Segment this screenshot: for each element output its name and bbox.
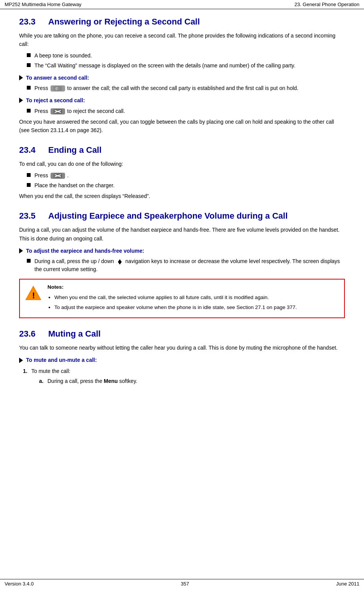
bullet-item: Press ✆ to answer the call; the call wit… (27, 84, 345, 92)
bullet-square-icon (27, 259, 31, 263)
sub-heading-volume-text: To adjust the earpiece and hands-free vo… (26, 247, 144, 255)
arrow-icon (19, 75, 23, 80)
section-23-4-outro: When you end the call, the screen displa… (19, 192, 345, 200)
bullet-item: Press . (27, 172, 345, 180)
ordered-list-item: 1. To mute the call: a. During a call, p… (23, 367, 345, 387)
section-23-4-heading: 23.4 Ending a Call (19, 145, 345, 155)
note-box: ! Notes: When you end the call, the sele… (19, 279, 345, 318)
bullet-item: During a call, press the up / down navig… (27, 257, 345, 273)
ordered-num: 1. (23, 367, 31, 375)
section-23-5-intro: During a call, you can adjust the volume… (19, 226, 345, 243)
reject-bullets: Press to reject the second call. (27, 107, 345, 115)
section-23-3-outro: Once you have answered the second call, … (19, 118, 345, 135)
bullet-square-icon (27, 86, 31, 90)
answer-bullets: Press ✆ to answer the call; the call wit… (27, 84, 345, 92)
answer-phone-icon: ✆ (51, 85, 65, 92)
bullet-text: A beep tone is sounded. (34, 52, 92, 60)
svg-text:!: ! (32, 291, 35, 300)
svg-marker-9 (118, 262, 122, 265)
bullet-square-icon (27, 109, 31, 113)
bullet-text: During a call, press the up / down navig… (34, 257, 345, 273)
footer-center: 357 (181, 581, 189, 587)
footer-right: June 2011 (336, 581, 359, 587)
bullet-text: Press ✆ to answer the call; the call wit… (34, 84, 298, 92)
bullet-item: Press to reject the second call. (27, 107, 345, 115)
nav-arrow-icon (116, 258, 123, 265)
section-23-6: 23.6 Muting a Call You can talk to someo… (19, 329, 345, 387)
sub-heading-reject: To reject a second call: (19, 96, 345, 105)
bullet-text: Press to reject the second call. (34, 107, 125, 115)
svg-marker-8 (118, 259, 122, 262)
section-23-4: 23.4 Ending a Call To end call, you can … (19, 145, 345, 200)
section-23-4-body: To end call, you can do one of the follo… (19, 160, 345, 200)
note-list: When you end the call, the selected volu… (47, 294, 297, 312)
bullet-text: The “Call Waiting” message is displayed … (34, 62, 295, 70)
bullet-item: Place the handset on the charger. (27, 182, 345, 190)
sub-ordered-item: a. During a call, press the Menu softkey… (39, 377, 137, 385)
section-23-3-heading: 23.3 Answering or Rejecting a Second Cal… (19, 17, 345, 27)
bullet-square-icon (27, 53, 31, 57)
section-23-5-number: 23.5 (19, 211, 42, 221)
section-23-6-intro: You can talk to someone nearby without l… (19, 343, 345, 352)
bullet-square-icon (27, 63, 31, 67)
section-23-4-title: Ending a Call (48, 145, 101, 155)
sub-ordered-letter: a. (39, 377, 47, 385)
ordered-text: To mute the call: a. During a call, pres… (31, 367, 137, 387)
sub-heading-volume: To adjust the earpiece and hands-free vo… (19, 247, 345, 255)
note-item: When you end the call, the selected volu… (54, 294, 297, 302)
sub-ordered-text: During a call, press the Menu softkey. (47, 377, 137, 385)
section-23-5-heading: 23.5 Adjusting Earpiece and Speakerphone… (19, 211, 345, 221)
note-title: Notes: (47, 283, 297, 291)
mute-ordered-list: 1. To mute the call: a. During a call, p… (23, 367, 345, 387)
arrow-icon (19, 248, 23, 253)
bullet-item: The “Call Waiting” message is displayed … (27, 62, 345, 70)
header-left: MP252 Multimedia Home Gateway (5, 2, 82, 7)
warning-icon: ! (24, 283, 43, 303)
bullet-item: A beep tone is sounded. (27, 52, 345, 60)
section-23-5: 23.5 Adjusting Earpiece and Speakerphone… (19, 211, 345, 318)
section-23-4-number: 23.4 (19, 145, 42, 155)
bullet-text: Place the handset on the charger. (34, 182, 114, 190)
sub-heading-answer-text: To answer a second call: (26, 74, 89, 82)
section-23-3-number: 23.3 (19, 17, 42, 27)
arrow-icon (19, 98, 23, 103)
section-23-3-title: Answering or Rejecting a Second Call (48, 17, 200, 27)
sub-heading-answer: To answer a second call: (19, 74, 345, 82)
note-item: To adjust the earpiece and speaker volum… (54, 304, 297, 312)
bullet-square-icon (27, 183, 31, 187)
section-23-3: 23.3 Answering or Rejecting a Second Cal… (19, 17, 345, 134)
menu-bold: Menu (104, 378, 118, 384)
section-23-5-body: During a call, you can adjust the volume… (19, 226, 345, 318)
ending-bullets: Press . Place the handset on the charger… (27, 172, 345, 190)
page-footer: Version 3.4.0 357 June 2011 (0, 579, 364, 588)
volume-bullets: During a call, press the up / down navig… (27, 257, 345, 273)
section-23-3-bullets: A beep tone is sounded. The “Call Waitin… (27, 52, 345, 70)
mute-sub-list: a. During a call, press the Menu softkey… (39, 377, 137, 385)
page-header: MP252 Multimedia Home Gateway 23. Genera… (0, 0, 364, 9)
end-call-icon (51, 173, 65, 179)
arrow-icon (19, 358, 23, 363)
section-23-3-intro: While you are talking on the phone, you … (19, 31, 345, 49)
sub-heading-mute-text: To mute and un-mute a call: (26, 356, 97, 364)
footer-left: Version 3.4.0 (5, 581, 34, 587)
reject-phone-icon (51, 108, 65, 114)
sub-heading-reject-text: To reject a second call: (26, 96, 85, 105)
section-23-6-number: 23.6 (19, 329, 42, 339)
section-23-3-body: While you are talking on the phone, you … (19, 31, 345, 134)
bullet-text: Press . (34, 172, 69, 180)
bullet-square-icon (27, 173, 31, 177)
section-23-5-title: Adjusting Earpiece and Speakerphone Volu… (48, 211, 288, 221)
sub-heading-mute: To mute and un-mute a call: (19, 356, 345, 364)
main-content: 23.3 Answering or Rejecting a Second Cal… (0, 9, 364, 406)
section-23-4-intro: To end call, you can do one of the follo… (19, 160, 345, 168)
section-23-6-title: Muting a Call (48, 329, 101, 339)
section-23-6-heading: 23.6 Muting a Call (19, 329, 345, 339)
header-right: 23. General Phone Operation (294, 2, 359, 7)
svg-text:✆: ✆ (55, 87, 58, 91)
section-23-6-body: You can talk to someone nearby without l… (19, 343, 345, 387)
note-content: Notes: When you end the call, the select… (47, 283, 297, 314)
